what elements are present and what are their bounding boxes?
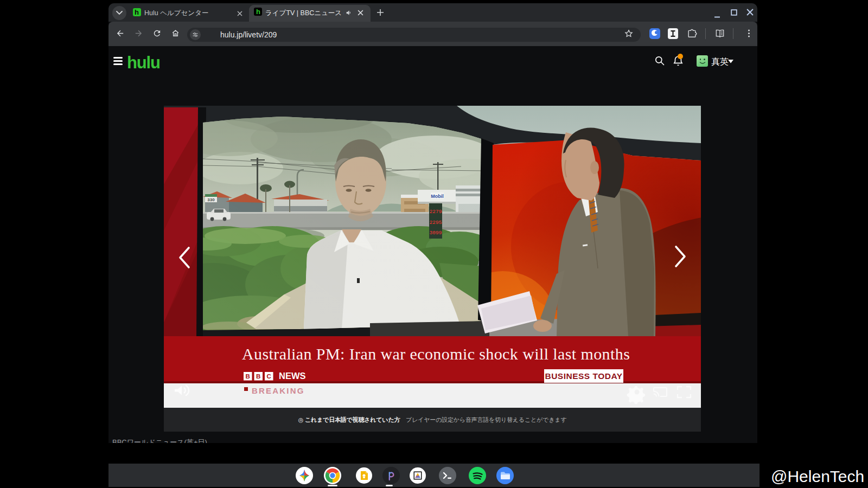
svg-text:C: C [267,373,271,380]
svg-text:Australian PM: Iran war econom: Australian PM: Iran war economic shock w… [242,345,630,363]
svg-text:B: B [246,373,250,380]
svg-text:B: B [256,373,260,380]
svg-text:BUSINESS TODAY: BUSINESS TODAY [545,371,622,381]
svg-text:NEWS: NEWS [279,371,306,381]
svg-text:BREAKING: BREAKING [252,386,305,395]
